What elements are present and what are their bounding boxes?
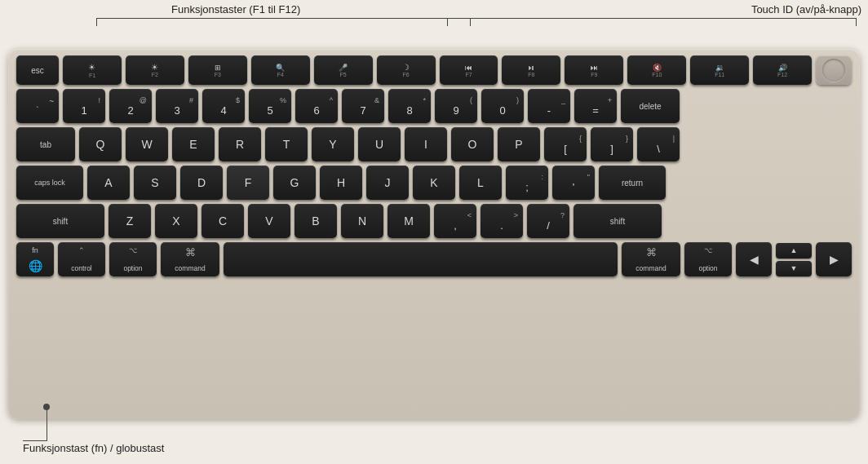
key-comma[interactable]: < , <box>434 204 476 238</box>
key-x[interactable]: X <box>155 204 197 238</box>
key-slash[interactable]: ? / <box>527 204 569 238</box>
key-9[interactable]: ( 9 <box>435 89 477 123</box>
key-4[interactable]: $ 4 <box>202 89 245 123</box>
touchid-sensor <box>822 59 845 82</box>
key-0[interactable]: ) 0 <box>481 89 524 123</box>
key-1[interactable]: ! 1 <box>63 89 105 123</box>
key-f3[interactable]: ⊞ F3 <box>188 55 247 85</box>
key-v[interactable]: V <box>248 204 290 238</box>
key-space[interactable] <box>224 242 618 276</box>
key-u[interactable]: U <box>358 127 401 161</box>
key-6[interactable]: ^ 6 <box>295 89 338 123</box>
key-c[interactable]: C <box>202 204 244 238</box>
key-f5[interactable]: 🎤 F5 <box>314 55 373 85</box>
key-j[interactable]: J <box>366 166 409 200</box>
key-f7[interactable]: ⏮ F7 <box>440 55 498 85</box>
key-f9[interactable]: ⏭ F9 <box>565 55 623 85</box>
key-delete[interactable]: delete <box>621 89 680 123</box>
key-shift-right[interactable]: shift <box>574 204 662 238</box>
key-t[interactable]: T <box>265 127 308 161</box>
key-b[interactable]: B <box>294 204 337 238</box>
key-7[interactable]: & 7 <box>342 89 384 123</box>
key-m[interactable]: M <box>388 204 430 238</box>
key-return[interactable]: return <box>599 166 666 200</box>
key-open-bracket[interactable]: { [ <box>544 127 587 161</box>
key-r[interactable]: R <box>219 127 261 161</box>
key-command-right[interactable]: ⌘ command <box>622 242 680 276</box>
key-k[interactable]: K <box>413 166 455 200</box>
key-shift-left[interactable]: shift <box>16 204 104 238</box>
key-command-left[interactable]: ⌘ command <box>161 242 219 276</box>
key-equals[interactable]: + = <box>574 89 617 123</box>
key-backtick[interactable]: ~ ` <box>16 89 59 123</box>
key-control[interactable]: ⌃ control <box>58 242 105 276</box>
key-f2[interactable]: ☀ F2 <box>126 55 184 85</box>
key-f11[interactable]: 🔉 F11 <box>690 55 749 85</box>
key-arrow-up[interactable]: ▲ <box>776 243 812 259</box>
key-s[interactable]: S <box>134 166 176 200</box>
key-option-right[interactable]: ⌥ option <box>684 242 732 276</box>
key-minus[interactable]: _ - <box>528 89 570 123</box>
key-n[interactable]: N <box>341 204 383 238</box>
key-a[interactable]: A <box>87 166 130 200</box>
key-i[interactable]: I <box>405 127 447 161</box>
keyboard: esc ☀ F1 ☀ F2 ⊞ F3 🔍 F4 🎤 F5 ☽ F6 ⏮ F7 <box>8 49 860 419</box>
key-f10[interactable]: 🔇 F10 <box>627 55 686 85</box>
key-l[interactable]: L <box>459 166 502 200</box>
key-h[interactable]: H <box>320 166 362 200</box>
key-3[interactable]: # 3 <box>156 89 198 123</box>
key-f12[interactable]: 🔊 F12 <box>753 55 812 85</box>
key-quote[interactable]: " ' <box>552 166 595 200</box>
key-capslock[interactable]: caps lock <box>16 166 83 200</box>
key-f[interactable]: F <box>227 166 269 200</box>
key-d[interactable]: D <box>180 166 223 200</box>
key-y[interactable]: Y <box>312 127 354 161</box>
key-f6[interactable]: ☽ F6 <box>377 55 436 85</box>
key-2[interactable]: @ 2 <box>109 89 152 123</box>
key-esc-label: esc <box>31 66 44 75</box>
key-period[interactable]: > . <box>480 204 523 238</box>
key-tab[interactable]: tab <box>16 127 75 161</box>
touchid-label: Touch ID (av/på-knapp) <box>751 3 861 15</box>
key-w[interactable]: W <box>126 127 168 161</box>
key-z[interactable]: Z <box>108 204 151 238</box>
key-semicolon[interactable]: : ; <box>506 166 548 200</box>
key-close-bracket[interactable]: } ] <box>591 127 633 161</box>
key-option-left[interactable]: ⌥ option <box>109 242 157 276</box>
key-g[interactable]: G <box>273 166 316 200</box>
key-8[interactable]: * 8 <box>388 89 431 123</box>
key-p[interactable]: P <box>498 127 540 161</box>
key-f4[interactable]: 🔍 F4 <box>251 55 310 85</box>
fn-globustast-label: Funksjonstast (fn) / globustast <box>23 442 164 454</box>
key-e[interactable]: E <box>172 127 215 161</box>
key-fn[interactable]: fn 🌐 <box>16 242 54 276</box>
key-esc[interactable]: esc <box>16 55 59 85</box>
key-f8[interactable]: ⏯ F8 <box>502 55 560 85</box>
key-arrow-right[interactable]: ▶ <box>816 242 852 276</box>
key-o[interactable]: O <box>451 127 494 161</box>
key-arrow-left[interactable]: ◀ <box>736 242 772 276</box>
key-f1[interactable]: ☀ F1 <box>63 55 122 85</box>
key-backslash[interactable]: | \ <box>637 127 680 161</box>
key-arrow-down[interactable]: ▼ <box>776 261 812 276</box>
key-q[interactable]: Q <box>79 127 122 161</box>
key-touchid[interactable] <box>816 55 852 85</box>
key-5[interactable]: % 5 <box>249 89 291 123</box>
funksjonstaster-label: Funksjonstaster (F1 til F12) <box>171 3 300 15</box>
